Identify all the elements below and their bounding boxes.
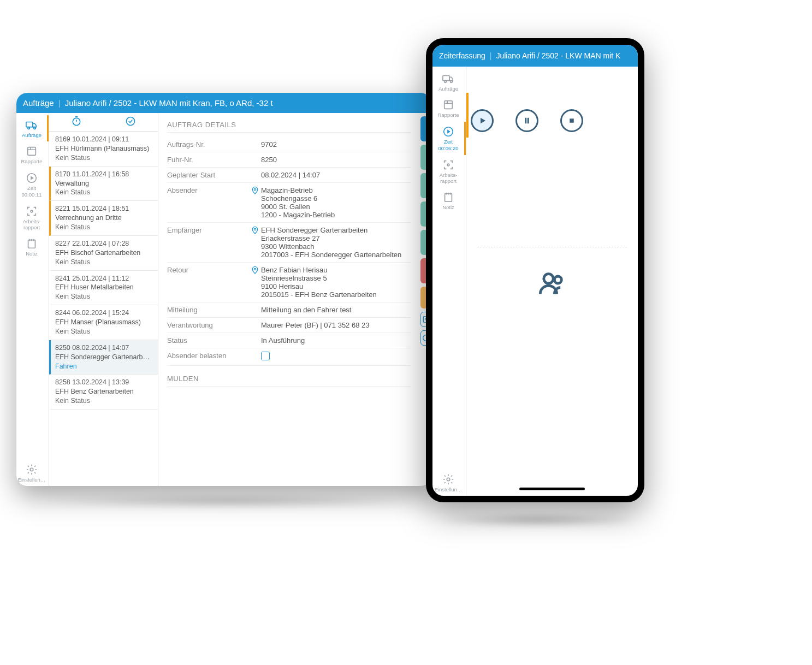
order-item[interactable]: 8221 15.01.2024 | 18:51 Verrechnung an D…: [49, 201, 158, 236]
order-line1: 8258 13.02.2024 | 13:39: [55, 378, 153, 387]
order-line1: 8241 25.01.2024 | 11:12: [55, 274, 153, 283]
detail-key: Auftrags-Nr.: [167, 140, 249, 149]
order-item[interactable]: 8244 06.02.2024 | 15:24 EFH Manser (Plan…: [49, 305, 158, 340]
addr-line: 9300 Wittenbach: [261, 242, 411, 251]
note-icon: [25, 237, 38, 250]
checkbox-absender-belasten[interactable]: [261, 352, 270, 360]
svg-point-9: [127, 117, 135, 125]
detail-row-empfaenger: Empfänger EFH Sonderegger Gartenarbeiten…: [167, 223, 411, 263]
svg-point-1: [28, 127, 30, 129]
svg-point-17: [451, 81, 453, 83]
svg-point-22: [447, 478, 450, 481]
detail-row: Absender belasten: [167, 348, 411, 366]
order-item-selected[interactable]: 8250 08.02.2024 | 14:07 EFH Sonderegger …: [49, 340, 158, 375]
order-line2: EFH Huser Metallarbeiten: [55, 283, 153, 292]
order-line2: EFH Bischof Gartenarbeiten: [55, 248, 153, 258]
svg-rect-18: [444, 101, 453, 109]
play-button[interactable]: [471, 109, 494, 132]
svg-point-12: [254, 268, 256, 270]
nav-zeit[interactable]: Zeit 00:00:11: [16, 168, 49, 201]
svg-point-2: [34, 127, 36, 129]
focus-icon: [25, 205, 38, 218]
details-title: AUFTRAG DETAILS: [167, 121, 411, 133]
pause-button[interactable]: [515, 109, 538, 132]
timer-controls: [466, 93, 638, 138]
order-item[interactable]: 8241 25.01.2024 | 11:12 EFH Huser Metall…: [49, 271, 158, 306]
order-status: Kein Status: [55, 258, 153, 267]
detail-key: Fuhr-Nr.: [167, 156, 249, 164]
order-item[interactable]: 8170 11.01.2024 | 16:58 Verwaltung Kein …: [49, 167, 158, 201]
pin-icon[interactable]: [249, 186, 261, 195]
nav-auftraege[interactable]: Aufträge: [432, 69, 466, 95]
nav-notiz[interactable]: Notiz: [432, 187, 466, 213]
order-line1: 8244 06.02.2024 | 15:24: [55, 308, 153, 318]
nav-zeit[interactable]: Zeit 00:06:20: [432, 122, 466, 155]
check-circle-icon[interactable]: [125, 116, 136, 129]
shadow: [437, 513, 639, 527]
pin-icon[interactable]: [249, 266, 261, 275]
order-item[interactable]: 8227 22.01.2024 | 07:28 EFH Bischof Gart…: [49, 236, 158, 271]
svg-rect-6: [28, 240, 35, 248]
detail-key: Mitteilung: [167, 306, 249, 314]
detail-key: Retour: [167, 266, 249, 274]
svg-rect-23: [525, 118, 526, 124]
svg-rect-24: [527, 118, 529, 124]
nav-rapporte-label: Rapporte: [437, 112, 459, 118]
addr-line: 9100 Herisau: [261, 282, 411, 290]
people-icon[interactable]: [466, 269, 638, 298]
nav-notiz-label: Notiz: [26, 251, 38, 257]
detail-row: Mitteilung Mitteilung an den Fahrer test: [167, 302, 411, 318]
detail-value: Mitteilung an den Fahrer test: [261, 306, 411, 314]
phone-sidenav: Aufträge Rapporte Zeit 00:06:20 Arbeits-…: [432, 67, 466, 496]
nav-notiz-label: Notiz: [442, 204, 454, 210]
nav-zeit-label: Zeit: [27, 185, 36, 191]
nav-rapporte[interactable]: Rapporte: [16, 141, 49, 168]
tablet-device: Aufträge | Juliano Arifi / 2502 - LKW MA…: [16, 93, 431, 486]
addr-line: 9000 St. Gallen: [261, 203, 411, 211]
truck-icon: [25, 118, 38, 132]
nav-notiz[interactable]: Notiz: [16, 234, 49, 260]
detail-row: Verantwortung Maurer Peter (BF) | 071 35…: [167, 318, 411, 333]
order-status: Kein Status: [55, 188, 153, 197]
detail-value: 9702: [261, 140, 411, 149]
detail-row: Fuhr-Nr. 8250: [167, 152, 411, 168]
tablet-sidenav: Aufträge Rapporte Zeit 00:00:11 Arbeits-…: [16, 113, 49, 486]
phone-body: Aufträge Rapporte Zeit 00:06:20 Arbeits-…: [432, 67, 638, 496]
svg-point-7: [30, 468, 33, 471]
nav-auftraege[interactable]: Aufträge: [16, 115, 49, 141]
nav-einstellungen[interactable]: Einstellun…: [432, 470, 466, 496]
pin-icon[interactable]: [249, 226, 261, 235]
nav-einstellungen-label: Einstellun…: [18, 477, 46, 483]
focus-icon: [442, 158, 455, 171]
order-line2: Verwaltung: [55, 179, 153, 188]
svg-point-8: [73, 118, 80, 125]
addr-line: 2015015 - EFH Benz Gartenarbeiten: [261, 290, 411, 299]
order-item[interactable]: 8258 13.02.2024 | 13:39 EFH Benz Gartena…: [49, 375, 158, 409]
nav-einstellungen-label: Einstellun…: [435, 486, 463, 492]
stop-button[interactable]: [560, 109, 583, 132]
detail-value: [261, 352, 411, 362]
nav-zeit-value: 00:00:11: [22, 192, 42, 198]
header-context: Juliano Arifi / 2502 - LKW MAN mit K: [496, 51, 620, 60]
phone-device: Zeiterfassung | Juliano Arifi / 2502 - L…: [426, 38, 644, 502]
order-line2: EFH Sonderegger Gartenarb…: [55, 353, 153, 362]
nav-arbeitsrapport[interactable]: Arbeits-rapport: [16, 201, 49, 234]
svg-rect-3: [28, 147, 36, 156]
truck-icon: [442, 72, 455, 85]
order-line2: EFH Benz Gartenarbeiten: [55, 387, 153, 396]
detail-key: Empfänger: [167, 226, 249, 234]
nav-arbeitsrapport[interactable]: Arbeits-rapport: [432, 155, 466, 188]
svg-point-26: [544, 274, 553, 283]
detail-row-absender: Absender Magazin-Betrieb Schochengasse 6…: [167, 183, 411, 223]
gear-icon: [25, 463, 38, 476]
mulden-title: MULDEN: [167, 375, 411, 387]
detail-row: Status In Ausführung: [167, 333, 411, 348]
detail-value: 8250: [261, 156, 411, 164]
detail-key: Verantwortung: [167, 321, 249, 329]
addr-line: Benz Fabian Herisau: [261, 266, 411, 274]
header-context: Juliano Arifi / 2502 - LKW MAN mit Kran,…: [65, 98, 273, 108]
nav-einstellungen[interactable]: Einstellun…: [16, 460, 49, 486]
nav-rapporte[interactable]: Rapporte: [432, 95, 466, 121]
order-item[interactable]: 8169 10.01.2024 | 09:11 EFH Hürlimann (P…: [49, 132, 158, 167]
stopwatch-icon[interactable]: [71, 116, 82, 129]
